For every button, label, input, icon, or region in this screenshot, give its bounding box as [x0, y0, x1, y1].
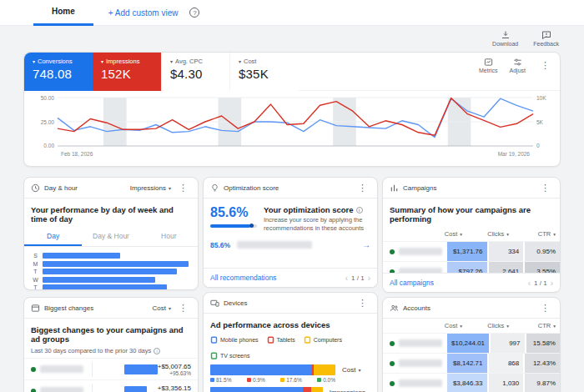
arrow-right-icon[interactable]: → [362, 240, 370, 249]
scorecard-value: $35K [239, 67, 291, 81]
optimization-kebab-menu[interactable]: ⋮ [355, 181, 370, 195]
card-title: Accounts [403, 304, 533, 312]
column-header-clicks[interactable]: Clicks▾ [466, 319, 513, 333]
scorecard-cost[interactable]: ▾Cost$35K [229, 53, 298, 91]
change-row[interactable]: +$5,007.65+95.63% [24, 358, 198, 379]
card-title: Optimization score [224, 184, 350, 192]
table-row[interactable]: $3,846.331,0309.87% [383, 373, 560, 392]
card-devices: Devices ⋮ Ad performance across devices … [203, 292, 378, 392]
summary-card: ▾Conversions748.08▾Impressions152K▾Avg. … [23, 52, 561, 167]
day-label: W [33, 277, 38, 283]
scorecard-conversions[interactable]: ▾Conversions748.08 [24, 53, 93, 91]
all-campaigns-link[interactable]: All campaigns [390, 279, 434, 287]
next-page-icon[interactable]: › [551, 279, 553, 288]
day-bar[interactable] [43, 277, 155, 283]
device-metric-dropdown[interactable]: Impressions▾ [330, 389, 370, 392]
help-icon[interactable]: ? [189, 8, 199, 18]
table-header-row: Cost▾Clicks▾CTR▾ [383, 227, 560, 241]
legend-item-tablets[interactable]: Tablets [267, 336, 295, 344]
day-label: M [33, 261, 38, 267]
day-bar-chart: SMTWTFS [24, 247, 198, 290]
day-hour-kebab-menu[interactable]: ⋮ [175, 181, 191, 195]
card-title: Devices [224, 299, 350, 307]
accounts-kebab-menu[interactable]: ⋮ [537, 301, 553, 315]
chevron-down-icon: ▾ [506, 232, 509, 237]
optimization-score-value: 85.6% [210, 205, 257, 220]
bar-chart-icon [390, 183, 399, 193]
all-recommendations-link[interactable]: All recommendations [210, 274, 276, 282]
legend-swatch [210, 378, 214, 382]
scorecard-avg-cpc[interactable]: ▾Avg. CPC$4.30 [161, 53, 229, 91]
change-percent: +95.63% [158, 370, 191, 376]
table-row[interactable]: $1,371.763340.95% [383, 241, 560, 261]
redacted-name [399, 248, 442, 255]
legend-item-tv-screens[interactable]: TV screens [210, 352, 249, 359]
campaigns-heading: Summary of how your campaigns are perfor… [383, 199, 560, 227]
biggest-changes-list: +$5,007.65+95.63%+$3,356.15+70.12%+$3,27… [24, 358, 198, 392]
devices-legend: Mobile phonesTabletsComputersTV screens [204, 333, 377, 364]
day-bar-row: M [33, 261, 189, 267]
day-bar[interactable] [43, 269, 177, 274]
chevron-down-icon: ▾ [101, 58, 103, 64]
prev-page-icon[interactable]: ‹ [345, 274, 348, 283]
info-icon[interactable]: i [356, 207, 363, 214]
day-bar[interactable] [43, 253, 120, 259]
day-bar[interactable] [43, 284, 167, 290]
svg-text:Feb 18, 2026: Feb 18, 2026 [61, 151, 93, 157]
day-hour-metric-dropdown[interactable]: Impressions▾ [130, 184, 171, 192]
metrics-button[interactable]: Metrics [479, 58, 498, 73]
column-header-clicks[interactable]: Clicks▾ [466, 227, 513, 241]
metric-cell: 0.95% [523, 242, 560, 261]
campaigns-kebab-menu[interactable]: ⋮ [537, 181, 553, 195]
card-optimization-score: Optimization score ⋮ 85.6% Your optimiza… [203, 177, 378, 288]
day-bar[interactable] [43, 261, 189, 267]
ads-overview-page: Home + Add custom view ? Download Feedba… [0, 0, 584, 392]
metric-cell: 1,030 [487, 374, 524, 392]
biggest-changes-kebab-menu[interactable]: ⋮ [175, 301, 191, 315]
tab-hour[interactable]: Hour [140, 229, 198, 246]
column-header-ctr[interactable]: CTR▾ [513, 319, 560, 333]
tab-day[interactable]: Day [24, 229, 82, 246]
scorecard-impressions[interactable]: ▾Impressions152K [93, 53, 161, 91]
prev-page-icon[interactable]: ‹ [528, 279, 531, 288]
biggest-changes-metric-dropdown[interactable]: Cost▾ [153, 304, 171, 312]
metric-cell: $8,142.71 [446, 354, 487, 373]
feedback-button[interactable]: Feedback [533, 30, 559, 47]
performance-line-chart[interactable]: 50.0025.000.0010K5K0Feb 18, 2026Mar 19, … [24, 91, 561, 164]
add-custom-view-button[interactable]: + Add custom view [108, 8, 179, 18]
chevron-down-icon: ▾ [33, 58, 35, 64]
metrics-icon [484, 58, 493, 67]
table-row[interactable]: $8,142.7186812.43% [383, 353, 560, 373]
devices-kebab-menu[interactable]: ⋮ [355, 296, 370, 310]
device-metric-dropdown[interactable]: Cost▾ [342, 366, 360, 374]
column-header-ctr[interactable]: CTR▾ [513, 227, 560, 241]
segment-percent: 0.9% [247, 377, 265, 383]
info-icon[interactable]: i [154, 348, 160, 354]
day-label: T [33, 284, 38, 290]
column-header-cost[interactable]: Cost▾ [413, 319, 466, 333]
day-bar-row: T [33, 284, 189, 290]
bar-segment [210, 387, 303, 392]
legend-item-computers[interactable]: Computers [304, 336, 342, 344]
download-button[interactable]: Download [492, 30, 518, 47]
tab-home[interactable]: Home [33, 0, 93, 26]
legend-item-mobile-phones[interactable]: Mobile phones [210, 336, 259, 344]
column-header-cost[interactable]: Cost▾ [413, 227, 466, 241]
optimization-footer: All recommendations ‹ 1 / 1 › [204, 268, 377, 287]
summary-kebab-menu[interactable]: ⋮ [537, 58, 553, 73]
adjust-button[interactable]: Adjust [510, 58, 526, 73]
optimization-account-row[interactable]: 85.6% → [204, 233, 377, 249]
metric-cell: 15.58% [525, 334, 560, 353]
campaigns-header: Campaigns ⋮ [383, 178, 560, 199]
segment-percent: 81.5% [210, 377, 231, 383]
table-row[interactable]: $10,244.0199715.58% [383, 333, 560, 353]
next-page-icon[interactable]: › [368, 274, 370, 283]
stacked-bar[interactable] [210, 387, 323, 392]
segment-percent: 0.0% [317, 377, 335, 383]
status-dot [390, 341, 395, 346]
change-bar-zone [92, 384, 157, 392]
redacted-name [399, 359, 442, 367]
stacked-bar[interactable] [210, 364, 335, 375]
change-row[interactable]: +$3,356.15+70.12% [24, 379, 198, 392]
tab-day-and-hour[interactable]: Day & Hour [82, 229, 139, 246]
